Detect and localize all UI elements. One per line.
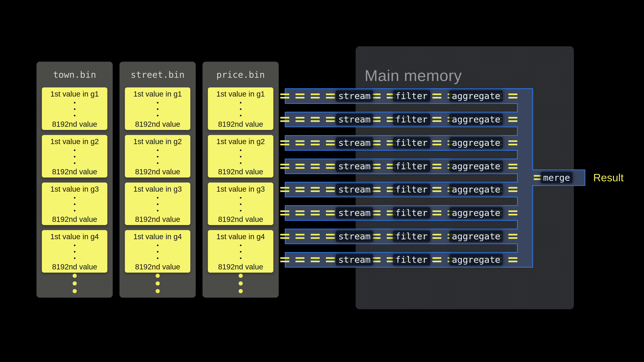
file-column-street: street.bin 1st value in g18192nd value1s… bbox=[120, 62, 196, 298]
file-name-label: price.bin bbox=[202, 69, 279, 80]
vertical-ellipsis bbox=[240, 102, 242, 116]
value-group-box: 1st value in g48192nd value bbox=[42, 230, 107, 273]
pipeline-row: stream filter aggregate bbox=[285, 112, 518, 127]
ellipsis-dot bbox=[240, 149, 242, 151]
value-group-box: 1st value in g28192nd value bbox=[125, 135, 190, 178]
ellipsis-dot bbox=[239, 274, 243, 278]
ellipsis-dot bbox=[157, 115, 158, 116]
merge-label: merge bbox=[540, 172, 572, 183]
ellipsis-dot bbox=[74, 102, 76, 103]
vertical-ellipsis bbox=[74, 102, 76, 116]
more-groups-ellipsis bbox=[36, 274, 113, 293]
stage-filter-label: filter bbox=[395, 161, 428, 171]
ellipsis-dot bbox=[240, 108, 242, 110]
group-last-value-label: 8192nd value bbox=[52, 120, 97, 128]
stage-aggregate-label: aggregate bbox=[452, 184, 500, 195]
vertical-ellipsis bbox=[157, 197, 158, 212]
ellipsis-dot bbox=[157, 197, 158, 199]
ellipsis-dot bbox=[239, 281, 243, 286]
group-last-value-label: 8192nd value bbox=[52, 263, 97, 271]
stage-aggregate-label: aggregate bbox=[452, 138, 500, 148]
result-label: Result bbox=[593, 171, 624, 184]
stage-aggregate: aggregate bbox=[449, 114, 503, 125]
pipeline-row: stream filter aggregate bbox=[285, 135, 518, 151]
ellipsis-dot bbox=[157, 257, 158, 259]
stage-aggregate-label: aggregate bbox=[452, 161, 500, 171]
file-name-label: town.bin bbox=[36, 69, 113, 80]
stage-stream: stream bbox=[336, 231, 373, 242]
group-first-value-label: 1st value in g2 bbox=[50, 137, 99, 146]
stage-filter: filter bbox=[393, 207, 430, 219]
stage-stream: stream bbox=[336, 254, 373, 266]
stage-stream-label: stream bbox=[338, 231, 371, 242]
stage-stream-label: stream bbox=[338, 114, 371, 125]
group-first-value-label: 1st value in g2 bbox=[216, 137, 265, 146]
more-groups-ellipsis bbox=[202, 274, 279, 293]
pipeline-row: stream filter aggregate bbox=[285, 182, 518, 197]
vertical-ellipsis bbox=[240, 245, 242, 259]
merge-node: merge bbox=[532, 169, 585, 186]
value-group-box: 1st value in g48192nd value bbox=[208, 230, 273, 273]
vertical-ellipsis bbox=[157, 102, 158, 116]
stage-aggregate: aggregate bbox=[449, 254, 503, 266]
stage-filter: filter bbox=[393, 184, 430, 195]
ellipsis-dot bbox=[157, 203, 158, 205]
stage-stream: stream bbox=[336, 137, 373, 149]
stage-stream: stream bbox=[336, 161, 373, 172]
value-group-box: 1st value in g38192nd value bbox=[42, 183, 107, 225]
stage-filter: filter bbox=[393, 90, 430, 102]
stage-filter-label: filter bbox=[395, 184, 428, 195]
ellipsis-dot bbox=[74, 257, 76, 259]
ellipsis-dot bbox=[157, 245, 158, 246]
ellipsis-dot bbox=[74, 197, 76, 199]
stage-filter: filter bbox=[393, 231, 430, 242]
stage-stream: stream bbox=[336, 90, 373, 102]
value-group-box: 1st value in g48192nd value bbox=[125, 230, 190, 273]
group-first-value-label: 1st value in g4 bbox=[134, 232, 182, 241]
group-last-value-label: 8192nd value bbox=[52, 167, 97, 176]
vertical-ellipsis bbox=[74, 149, 76, 164]
value-group-box: 1st value in g38192nd value bbox=[125, 183, 190, 225]
group-first-value-label: 1st value in g3 bbox=[50, 185, 99, 193]
stage-aggregate: aggregate bbox=[449, 161, 503, 172]
ellipsis-dot bbox=[156, 274, 160, 278]
ellipsis-dot bbox=[73, 274, 77, 278]
vertical-ellipsis bbox=[74, 197, 76, 212]
vertical-ellipsis bbox=[157, 149, 158, 164]
ellipsis-dot bbox=[74, 251, 76, 253]
group-last-value-label: 8192nd value bbox=[52, 215, 97, 223]
ellipsis-dot bbox=[74, 149, 76, 151]
ellipsis-dot bbox=[240, 115, 242, 116]
ellipsis-dot bbox=[157, 102, 158, 103]
group-last-value-label: 8192nd value bbox=[135, 167, 180, 176]
group-first-value-label: 1st value in g1 bbox=[216, 90, 265, 98]
group-first-value-label: 1st value in g2 bbox=[134, 137, 182, 146]
stage-filter: filter bbox=[393, 161, 430, 172]
group-first-value-label: 1st value in g1 bbox=[50, 90, 99, 98]
stage-stream: stream bbox=[336, 114, 373, 125]
stage-aggregate: aggregate bbox=[449, 90, 503, 102]
ellipsis-dot bbox=[74, 245, 76, 246]
ellipsis-dot bbox=[240, 197, 242, 199]
pipeline-row: stream filter aggregate bbox=[285, 229, 518, 244]
stage-aggregate-label: aggregate bbox=[452, 231, 500, 242]
stage-stream-label: stream bbox=[338, 255, 371, 265]
ellipsis-dot bbox=[74, 162, 76, 164]
vertical-ellipsis bbox=[240, 197, 242, 212]
stage-filter-label: filter bbox=[395, 231, 428, 242]
ellipsis-dot bbox=[157, 162, 158, 164]
dataflow-diagram: Main memory town.bin 1st value in g18192… bbox=[0, 0, 644, 362]
ellipsis-dot bbox=[74, 203, 76, 205]
ellipsis-dot bbox=[74, 210, 76, 212]
group-first-value-label: 1st value in g4 bbox=[50, 232, 99, 241]
value-group-box: 1st value in g18192nd value bbox=[125, 87, 190, 130]
ellipsis-dot bbox=[73, 289, 77, 293]
ellipsis-dot bbox=[156, 281, 160, 286]
ellipsis-dot bbox=[157, 156, 158, 157]
ellipsis-dot bbox=[156, 289, 160, 293]
ellipsis-dot bbox=[240, 162, 242, 164]
ellipsis-dot bbox=[74, 156, 76, 157]
stage-stream-label: stream bbox=[338, 91, 371, 101]
stage-aggregate-label: aggregate bbox=[452, 114, 500, 125]
stage-aggregate: aggregate bbox=[449, 137, 503, 149]
